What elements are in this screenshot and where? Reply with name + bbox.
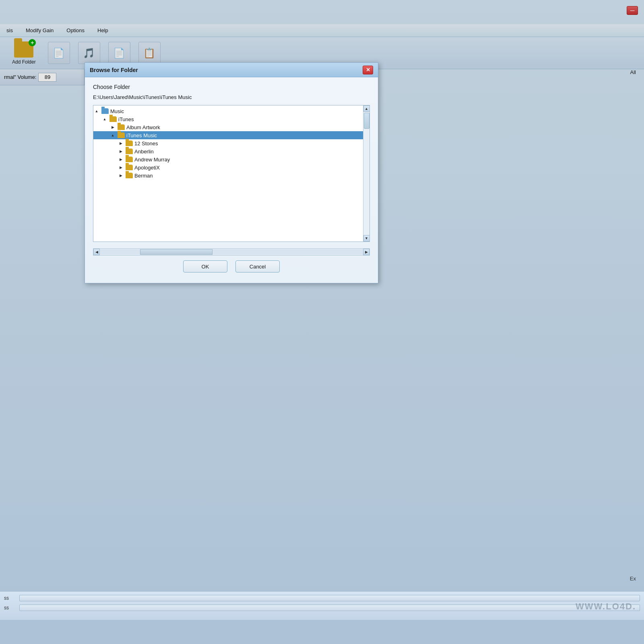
tree-item-album-artwork[interactable]: ▶Album Artwork [93, 123, 363, 131]
folder-icon-album-artwork [118, 124, 125, 130]
tree-item-apologetix[interactable]: ▶ApologetiX [93, 163, 363, 171]
dialog-close-button[interactable]: ✕ [363, 66, 373, 74]
item-label-berman: Berman [134, 173, 153, 179]
item-label-album-artwork: Album Artwork [126, 124, 160, 130]
scroll-down-button[interactable]: ▼ [363, 235, 370, 242]
h-scroll-right-button[interactable]: ▶ [363, 249, 369, 255]
expand-arrow-music[interactable]: ▲ [93, 108, 100, 114]
ex-label: Ex [630, 576, 636, 582]
dialog-titlebar: Browse for Folder ✕ [85, 63, 378, 77]
progress-label-1: ss [4, 595, 16, 601]
expand-arrow-12-stones[interactable]: ▶ [118, 140, 124, 147]
expand-arrow-apologetix[interactable]: ▶ [118, 164, 124, 171]
item-label-andrew-murray: Andrew Murray [134, 157, 170, 163]
folder-icon-andrew-murray [126, 157, 133, 162]
tree-item-itunes[interactable]: ▲iTunes [93, 115, 363, 123]
dialog-content: Choose Folder E:\Users\Jared\Music\iTune… [85, 77, 378, 283]
folder-icon-12-stones [126, 140, 133, 146]
tree-container: ▲Music▲iTunes▶Album Artwork▲iTunes Music… [93, 105, 370, 242]
progress-area: ss ss [0, 592, 644, 620]
item-label-anberlin: Anberlin [134, 149, 154, 155]
folder-icon-berman [126, 173, 133, 178]
progress-bar-1 [19, 595, 640, 601]
folder-icon-itunes-music [118, 132, 125, 138]
ok-button[interactable]: OK [183, 260, 227, 272]
expand-arrow-itunes-music[interactable]: ▲ [109, 132, 116, 138]
h-scroll-thumb[interactable] [140, 249, 213, 255]
current-path: E:\Users\Jared\Music\iTunes\iTunes Music [93, 94, 370, 100]
scroll-thumb[interactable] [364, 113, 369, 129]
tree-item-12-stones[interactable]: ▶12 Stones [93, 139, 363, 147]
horizontal-scrollbar[interactable]: ◀ ▶ [93, 248, 370, 256]
expand-arrow-berman[interactable]: ▶ [118, 172, 124, 179]
expand-arrow-andrew-murray[interactable]: ▶ [118, 156, 124, 163]
progress-row-1: ss [4, 595, 640, 601]
tree-view[interactable]: ▲Music▲iTunes▶Album Artwork▲iTunes Music… [93, 105, 363, 242]
choose-folder-label: Choose Folder [93, 84, 370, 90]
vertical-scrollbar[interactable]: ▲ ▼ [363, 105, 369, 242]
folder-icon-itunes [109, 116, 117, 122]
expand-arrow-itunes[interactable]: ▲ [101, 116, 108, 122]
progress-label-2: ss [4, 605, 16, 611]
tree-item-itunes-music[interactable]: ▲iTunes Music [93, 131, 363, 139]
item-label-itunes-music: iTunes Music [126, 132, 157, 138]
tree-item-anberlin[interactable]: ▶Anberlin [93, 147, 363, 155]
folder-icon-music [101, 108, 109, 114]
scroll-up-button[interactable]: ▲ [363, 105, 370, 112]
h-scroll-track [100, 249, 363, 255]
progress-row-2: ss [4, 605, 640, 611]
tree-item-music[interactable]: ▲Music [93, 107, 363, 115]
tree-item-andrew-murray[interactable]: ▶Andrew Murray [93, 155, 363, 163]
progress-bar-2 [19, 605, 640, 611]
watermark: WWW.LO4D. [576, 601, 636, 612]
browse-folder-dialog: Browse for Folder ✕ Choose Folder E:\Use… [85, 62, 378, 283]
expand-arrow-anberlin[interactable]: ▶ [118, 148, 124, 155]
item-label-music: Music [110, 108, 124, 114]
folder-icon-apologetix [126, 165, 133, 170]
expand-arrow-album-artwork[interactable]: ▶ [109, 124, 116, 130]
h-scroll-left-button[interactable]: ◀ [93, 249, 100, 255]
item-label-itunes: iTunes [118, 116, 134, 122]
tree-item-berman[interactable]: ▶Berman [93, 171, 363, 180]
dialog-title: Browse for Folder [90, 67, 138, 73]
folder-icon-anberlin [126, 149, 133, 154]
cancel-button[interactable]: Cancel [235, 260, 280, 272]
item-label-12-stones: 12 Stones [134, 140, 158, 147]
dialog-buttons: OK Cancel [93, 260, 370, 272]
item-label-apologetix: ApologetiX [134, 165, 160, 171]
